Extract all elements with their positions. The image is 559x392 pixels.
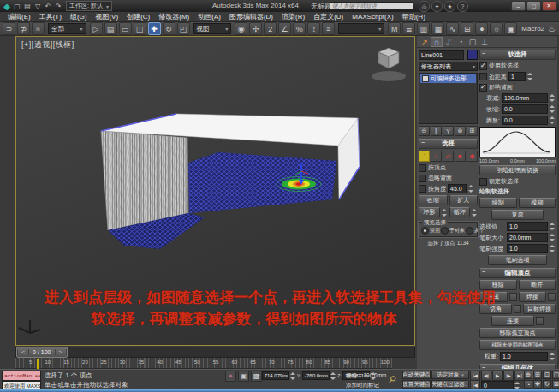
tab-create[interactable]: ↗ [419,37,431,47]
by-angle-field[interactable]: 45.0 [448,184,467,193]
pinch-field[interactable]: 0.0 [502,104,548,114]
time-slider[interactable]: < 0 / 100 > [16,347,68,358]
set-key-button[interactable]: 设置关键点 [402,380,431,389]
object-color-swatch[interactable] [467,50,478,60]
shrink-button[interactable]: 收缩 [419,195,448,205]
modifier-list-dropdown[interactable]: 修改器列表 [419,62,478,71]
minimize-button[interactable]: – [511,1,526,11]
zoom-region-icon[interactable]: ▢ [552,371,559,379]
select-and-link-icon[interactable]: ⊃ [3,22,15,35]
snap-toggle-icon[interactable]: 2 [264,22,277,35]
zoom-icon[interactable]: ⊕ [524,371,532,379]
menu-rendering[interactable]: 渲染(R) [277,12,309,21]
previous-frame-arrow[interactable]: < [17,349,29,355]
mirror-icon[interactable]: M [388,22,401,35]
object-name-field[interactable]: Line001 [419,50,464,60]
weight-spinner[interactable] [550,353,556,360]
favorites-icon[interactable]: ★ [444,1,455,12]
weight-field[interactable]: 1.0 [500,352,548,361]
select-and-manipulate-icon[interactable]: ✢ [249,22,262,35]
selection-set-dropdown[interactable]: 选定对象 [431,371,469,379]
select-object-icon[interactable]: ▷ [90,22,103,35]
open-file-icon[interactable]: ▤ [22,2,33,11]
communication-center-icon[interactable]: ✦ [431,1,443,12]
zoom-extents-icon[interactable]: ⊡ [543,371,551,379]
current-frame-marker[interactable] [37,359,39,369]
modifier-stack[interactable]: 可编辑多边形 [419,73,478,124]
auto-key-button[interactable]: 自动关键点 [402,371,431,379]
brush-size-field[interactable]: 20.0mm [507,233,548,242]
stack-row-editable-poly[interactable]: 可编辑多边形 [420,74,476,83]
field-of-view-icon[interactable]: ◔ [524,380,532,389]
ignore-backfacing-checkbox[interactable] [419,175,426,182]
make-unique-icon[interactable]: Y [443,126,454,136]
timeline-ruler[interactable]: 5101520253035404550556065707580859095100 [15,358,392,369]
show-end-result-icon[interactable]: ∥ [431,126,442,136]
pin-stack-icon[interactable]: ⊖ [419,126,430,136]
brush-size-spinner[interactable] [550,234,556,241]
by-vertex-checkbox[interactable] [419,164,426,172]
use-soft-selection-checkbox[interactable] [479,62,487,70]
angle-snap-icon[interactable]: ∠ [278,22,291,35]
selection-rollout-header[interactable]: 选择 [419,139,478,149]
y-coordinate-field[interactable]: -760.0mm [302,371,330,380]
polygon-mode-icon[interactable]: ■ [455,151,466,162]
maxscript-mini-listener[interactable]: actionMan.exec 欢迎使用 MAXSc [2,371,41,391]
edge-distance-spinner[interactable] [527,73,533,80]
use-pivot-point-center-icon[interactable]: ◉ [235,22,247,35]
remove-unused-map-verts-button[interactable]: 移除未使用的贴图顶点 [479,340,556,350]
by-angle-checkbox[interactable] [419,185,426,193]
bubble-spinner[interactable] [550,116,556,124]
select-and-scale-icon[interactable]: ◰ [177,22,190,35]
select-and-move-icon[interactable]: ✚ [148,22,161,35]
workspace-dropdown[interactable]: 工作区: 默认 [66,1,112,11]
element-mode-icon[interactable]: ◆ [467,151,478,162]
rectangular-selection-region-icon[interactable]: ▭ [119,22,132,35]
spinner-snap-icon[interactable]: ↕ [307,22,320,35]
tab-hierarchy[interactable]: ⑀ [443,37,455,47]
x-coordinate-field[interactable]: 714.079mm [262,371,289,380]
search-input[interactable] [330,2,413,9]
tab-display[interactable]: ▢ [467,37,479,47]
by-angle-spinner[interactable] [468,185,474,193]
blur-button[interactable]: 模糊 [519,198,556,208]
menu-views[interactable]: 视图(V) [91,12,122,21]
x-spinner[interactable] [290,372,296,380]
lock-soft-selection-checkbox[interactable] [479,178,487,186]
maximize-viewport-icon[interactable]: ⊠ [552,380,559,389]
ring-spinner[interactable] [442,209,448,217]
remove-isolated-vertices-button[interactable]: 移除孤立顶点 [479,328,556,338]
configure-modifier-sets-icon[interactable]: ⊞ [467,126,478,136]
key-filters-button[interactable]: 关键点过滤器... [431,380,469,389]
reference-coordinate-dropdown[interactable]: 视图 [193,23,232,34]
vertex-mode-icon[interactable]: ∴ [419,151,430,162]
schematic-view-icon[interactable]: ⊞ [461,22,473,35]
render-setup-icon[interactable]: ☼ [490,22,503,35]
revert-button[interactable]: 复原 [491,210,544,220]
select-by-name-icon[interactable]: ▤ [104,22,117,35]
menu-tools[interactable]: 工具(T) [35,12,66,21]
paint-button[interactable]: 绘制 [479,198,517,208]
preview-subobject-radio[interactable] [441,227,449,235]
max-logo-icon[interactable]: ◆ [2,2,12,11]
zoom-all-icon[interactable]: ⊞ [533,371,542,379]
border-mode-icon[interactable]: ▱ [443,151,454,162]
align-icon[interactable]: ≣ [402,22,415,35]
material-editor-icon[interactable]: ● [475,22,488,35]
menu-edit[interactable]: 编辑(E) [3,12,35,21]
save-file-icon[interactable]: ▽ [33,2,43,11]
bubble-field[interactable]: 0.0 [502,116,548,125]
menu-create[interactable]: 创建(C) [122,12,154,21]
set-keys-key-icon[interactable]: ⚲ [386,373,399,386]
chamfer-settings-button[interactable] [514,305,521,313]
undo-icon[interactable]: ↶ [43,2,53,11]
tab-utilities[interactable]: ⊥ [479,37,491,47]
connect-button[interactable]: 连接 [491,316,534,326]
extrude-settings-button[interactable] [509,293,517,301]
menu-help[interactable]: 帮助(H) [398,12,430,21]
loop-button[interactable]: 循环 [449,207,471,217]
grow-button[interactable]: 扩大 [449,195,479,205]
help-icon[interactable]: ? [457,1,468,12]
add-time-tag[interactable]: 添加时间标记 [346,382,379,389]
soft-selection-rollout-header[interactable]: 软选择 [479,50,556,60]
